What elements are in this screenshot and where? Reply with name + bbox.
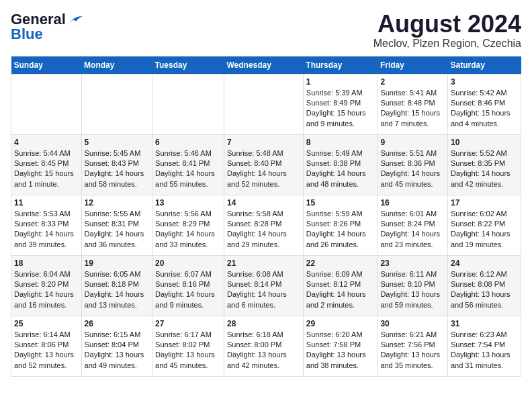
calendar-cell: 10Sunrise: 5:52 AM Sunset: 8:35 PM Dayli… xyxy=(447,134,521,195)
calendar-cell: 12Sunrise: 5:55 AM Sunset: 8:31 PM Dayli… xyxy=(81,195,152,255)
page-subtitle: Meclov, Plzen Region, Czechia xyxy=(373,38,521,50)
cell-content: Sunrise: 5:53 AM Sunset: 8:33 PM Dayligh… xyxy=(14,209,79,250)
day-number: 6 xyxy=(155,138,221,147)
calendar-cell: 22Sunrise: 6:09 AM Sunset: 8:12 PM Dayli… xyxy=(303,255,378,316)
calendar-cell: 20Sunrise: 6:07 AM Sunset: 8:16 PM Dayli… xyxy=(152,255,224,316)
logo-blue: Blue xyxy=(11,26,43,43)
page-title: August 2024 xyxy=(373,11,521,38)
day-number: 17 xyxy=(451,198,518,208)
cell-content: Sunrise: 5:46 AM Sunset: 8:41 PM Dayligh… xyxy=(155,148,221,190)
day-number: 21 xyxy=(227,259,300,268)
calendar-cell xyxy=(81,74,152,134)
week-row-2: 4Sunrise: 5:44 AM Sunset: 8:45 PM Daylig… xyxy=(11,134,521,195)
week-row-5: 25Sunrise: 6:14 AM Sunset: 8:06 PM Dayli… xyxy=(11,316,521,376)
cell-content: Sunrise: 5:52 AM Sunset: 8:35 PM Dayligh… xyxy=(451,148,518,190)
cell-content: Sunrise: 6:09 AM Sunset: 8:12 PM Dayligh… xyxy=(306,269,375,311)
calendar-cell: 29Sunrise: 6:20 AM Sunset: 7:58 PM Dayli… xyxy=(303,316,378,376)
calendar-cell: 14Sunrise: 5:58 AM Sunset: 8:28 PM Dayli… xyxy=(224,195,303,255)
day-number: 23 xyxy=(380,259,445,268)
day-number: 24 xyxy=(451,259,518,268)
day-number: 2 xyxy=(380,77,445,87)
day-number: 1 xyxy=(306,77,375,87)
calendar-cell: 31Sunrise: 6:23 AM Sunset: 7:54 PM Dayli… xyxy=(447,316,521,376)
day-number: 27 xyxy=(155,319,221,328)
calendar-cell: 4Sunrise: 5:44 AM Sunset: 8:45 PM Daylig… xyxy=(11,134,82,195)
weekday-header-friday: Friday xyxy=(378,56,448,75)
calendar-cell: 8Sunrise: 5:49 AM Sunset: 8:38 PM Daylig… xyxy=(303,134,378,195)
calendar-cell: 27Sunrise: 6:17 AM Sunset: 8:02 PM Dayli… xyxy=(152,316,224,376)
cell-content: Sunrise: 5:49 AM Sunset: 8:38 PM Dayligh… xyxy=(306,148,375,190)
calendar-cell: 23Sunrise: 6:11 AM Sunset: 8:10 PM Dayli… xyxy=(378,255,448,316)
day-number: 16 xyxy=(380,198,445,208)
logo: General Blue xyxy=(11,11,83,43)
day-number: 22 xyxy=(306,259,375,268)
calendar-cell: 24Sunrise: 6:12 AM Sunset: 8:08 PM Dayli… xyxy=(447,255,521,316)
weekday-header-saturday: Saturday xyxy=(447,56,521,75)
day-number: 30 xyxy=(380,319,445,328)
calendar-cell: 7Sunrise: 5:48 AM Sunset: 8:40 PM Daylig… xyxy=(224,134,303,195)
cell-content: Sunrise: 6:23 AM Sunset: 7:54 PM Dayligh… xyxy=(451,330,518,371)
day-number: 13 xyxy=(155,198,221,208)
cell-content: Sunrise: 6:14 AM Sunset: 8:06 PM Dayligh… xyxy=(14,330,79,371)
cell-content: Sunrise: 6:11 AM Sunset: 8:10 PM Dayligh… xyxy=(380,269,445,311)
calendar-cell: 1Sunrise: 5:39 AM Sunset: 8:49 PM Daylig… xyxy=(303,74,378,134)
cell-content: Sunrise: 5:55 AM Sunset: 8:31 PM Dayligh… xyxy=(85,209,149,250)
calendar-cell xyxy=(152,74,224,134)
calendar-cell: 2Sunrise: 5:41 AM Sunset: 8:48 PM Daylig… xyxy=(378,74,448,134)
cell-content: Sunrise: 5:42 AM Sunset: 8:46 PM Dayligh… xyxy=(451,88,518,130)
cell-content: Sunrise: 5:58 AM Sunset: 8:28 PM Dayligh… xyxy=(227,209,300,250)
cell-content: Sunrise: 6:04 AM Sunset: 8:20 PM Dayligh… xyxy=(14,269,79,311)
day-number: 31 xyxy=(451,319,518,328)
day-number: 20 xyxy=(155,259,221,268)
calendar-cell: 25Sunrise: 6:14 AM Sunset: 8:06 PM Dayli… xyxy=(11,316,82,376)
day-number: 15 xyxy=(306,198,375,208)
cell-content: Sunrise: 5:56 AM Sunset: 8:29 PM Dayligh… xyxy=(155,209,221,250)
cell-content: Sunrise: 6:12 AM Sunset: 8:08 PM Dayligh… xyxy=(451,269,518,311)
day-number: 12 xyxy=(85,198,149,208)
day-number: 3 xyxy=(451,77,518,87)
cell-content: Sunrise: 6:17 AM Sunset: 8:02 PM Dayligh… xyxy=(155,330,221,371)
calendar-cell xyxy=(11,74,82,134)
calendar-cell: 13Sunrise: 5:56 AM Sunset: 8:29 PM Dayli… xyxy=(152,195,224,255)
cell-content: Sunrise: 6:02 AM Sunset: 8:22 PM Dayligh… xyxy=(451,209,518,250)
day-number: 7 xyxy=(227,138,300,147)
calendar-cell: 17Sunrise: 6:02 AM Sunset: 8:22 PM Dayli… xyxy=(447,195,521,255)
day-number: 25 xyxy=(14,319,79,328)
calendar-cell: 18Sunrise: 6:04 AM Sunset: 8:20 PM Dayli… xyxy=(11,255,82,316)
day-number: 11 xyxy=(14,198,79,208)
title-area: August 2024 Meclov, Plzen Region, Czechi… xyxy=(373,11,521,50)
day-number: 4 xyxy=(14,138,79,147)
week-row-1: 1Sunrise: 5:39 AM Sunset: 8:49 PM Daylig… xyxy=(11,74,521,134)
header: General Blue August 2024 Meclov, Plzen R… xyxy=(11,11,521,50)
calendar-cell: 16Sunrise: 6:01 AM Sunset: 8:24 PM Dayli… xyxy=(378,195,448,255)
calendar-cell xyxy=(224,74,303,134)
week-row-4: 18Sunrise: 6:04 AM Sunset: 8:20 PM Dayli… xyxy=(11,255,521,316)
calendar-cell: 30Sunrise: 6:21 AM Sunset: 7:56 PM Dayli… xyxy=(378,316,448,376)
cell-content: Sunrise: 6:18 AM Sunset: 8:00 PM Dayligh… xyxy=(227,330,300,371)
weekday-header-row: SundayMondayTuesdayWednesdayThursdayFrid… xyxy=(11,56,521,75)
day-number: 5 xyxy=(85,138,149,147)
cell-content: Sunrise: 6:20 AM Sunset: 7:58 PM Dayligh… xyxy=(306,330,375,371)
weekday-header-sunday: Sunday xyxy=(11,56,82,75)
calendar-cell: 11Sunrise: 5:53 AM Sunset: 8:33 PM Dayli… xyxy=(11,195,82,255)
cell-content: Sunrise: 6:15 AM Sunset: 8:04 PM Dayligh… xyxy=(85,330,149,371)
cell-content: Sunrise: 5:44 AM Sunset: 8:45 PM Dayligh… xyxy=(14,148,79,190)
day-number: 14 xyxy=(227,198,300,208)
weekday-header-monday: Monday xyxy=(81,56,152,75)
cell-content: Sunrise: 6:01 AM Sunset: 8:24 PM Dayligh… xyxy=(380,209,445,250)
weekday-header-tuesday: Tuesday xyxy=(152,56,224,75)
cell-content: Sunrise: 5:48 AM Sunset: 8:40 PM Dayligh… xyxy=(227,148,300,190)
day-number: 8 xyxy=(306,138,375,147)
calendar-table: SundayMondayTuesdayWednesdayThursdayFrid… xyxy=(11,56,521,377)
calendar-cell: 6Sunrise: 5:46 AM Sunset: 8:41 PM Daylig… xyxy=(152,134,224,195)
cell-content: Sunrise: 5:39 AM Sunset: 8:49 PM Dayligh… xyxy=(306,88,375,130)
cell-content: Sunrise: 6:08 AM Sunset: 8:14 PM Dayligh… xyxy=(227,269,300,311)
cell-content: Sunrise: 6:21 AM Sunset: 7:56 PM Dayligh… xyxy=(380,330,445,371)
cell-content: Sunrise: 6:05 AM Sunset: 8:18 PM Dayligh… xyxy=(85,269,149,311)
calendar-cell: 5Sunrise: 5:45 AM Sunset: 8:43 PM Daylig… xyxy=(81,134,152,195)
day-number: 28 xyxy=(227,319,300,328)
logo-bird-icon xyxy=(68,15,83,26)
calendar-cell: 3Sunrise: 5:42 AM Sunset: 8:46 PM Daylig… xyxy=(447,74,521,134)
day-number: 18 xyxy=(14,259,79,268)
cell-content: Sunrise: 5:59 AM Sunset: 8:26 PM Dayligh… xyxy=(306,209,375,250)
